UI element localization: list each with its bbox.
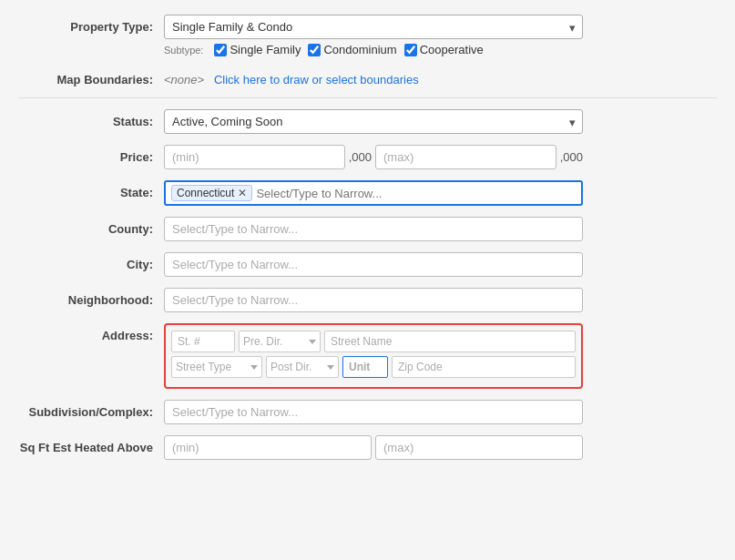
address-street-number-input[interactable]: [171, 331, 235, 352]
sqft-row: Sq Ft Est Heated Above: [18, 435, 717, 460]
status-label: Status:: [18, 109, 164, 128]
subtype-condominium[interactable]: Condominium: [308, 43, 396, 56]
address-pre-dir-select[interactable]: Pre. Dir.NSEWNENWSESW: [239, 331, 321, 352]
state-control: Connecticut ✕: [164, 180, 717, 206]
city-control: [164, 252, 717, 277]
subdivision-label: Subdivision/Complex:: [18, 400, 164, 419]
address-bottom-row: Street TypeAveBlvdCirCtDrLnPlRdStWay Pos…: [171, 356, 576, 378]
sqft-min-input[interactable]: [164, 435, 372, 460]
price-max-input[interactable]: [375, 145, 556, 169]
city-label: City:: [18, 252, 164, 271]
subtype-condo-label: Condominium: [323, 43, 396, 56]
subtype-sf-checkbox[interactable]: [214, 44, 227, 56]
property-type-control: Single Family & CondoSingle FamilyCondoM…: [164, 15, 717, 56]
map-boundaries-none: <none>: [164, 73, 204, 87]
search-form: Property Type: Single Family & CondoSing…: [0, 0, 735, 560]
status-row: Status: Active, Coming SoonActiveComing …: [18, 109, 717, 134]
city-input[interactable]: [164, 252, 583, 277]
price-inputs: ,000 ,000: [164, 145, 583, 169]
section-divider: [18, 97, 717, 98]
map-boundaries-control: <none> Click here to draw or select boun…: [164, 67, 717, 87]
sqft-max-input[interactable]: [375, 435, 583, 460]
address-wrapper: Pre. Dir.NSEWNENWSESW Street TypeAveBlvd…: [164, 323, 583, 389]
status-select-wrapper: Active, Coming SoonActiveComing SoonPend…: [164, 109, 583, 134]
address-street-name-input[interactable]: [324, 331, 576, 352]
state-tag-text: Connecticut: [177, 187, 234, 199]
address-zip-input[interactable]: [392, 356, 576, 378]
subdivision-row: Subdivision/Complex:: [18, 400, 717, 424]
map-boundaries-label: Map Boundaries:: [18, 67, 164, 87]
price-min-input[interactable]: [164, 145, 345, 169]
county-label: County:: [18, 217, 164, 236]
sqft-inputs: [164, 435, 583, 460]
sqft-control: [164, 435, 717, 460]
neighborhood-input[interactable]: [164, 288, 583, 312]
state-tag-remove[interactable]: ✕: [238, 187, 247, 199]
price-max-suffix: ,000: [560, 150, 583, 164]
subtype-sf-label: Single Family: [230, 43, 301, 56]
state-field-wrapper[interactable]: Connecticut ✕: [164, 180, 583, 206]
county-control: [164, 217, 717, 241]
subtype-cooperative[interactable]: Cooperative: [404, 43, 484, 56]
neighborhood-row: Neighborhood:: [18, 288, 717, 312]
state-label: State:: [18, 180, 164, 199]
state-tag: Connecticut ✕: [171, 185, 252, 201]
price-row: Price: ,000 ,000: [18, 145, 717, 169]
address-top-row: Pre. Dir.NSEWNENWSESW: [171, 331, 576, 352]
county-row: County:: [18, 217, 717, 241]
sqft-label: Sq Ft Est Heated Above: [18, 435, 164, 454]
state-row: State: Connecticut ✕: [18, 180, 717, 206]
subtype-coop-label: Cooperative: [420, 43, 484, 56]
address-row: Address: Pre. Dir.NSEWNENWSESW Street Ty…: [18, 323, 717, 389]
address-street-type-select[interactable]: Street TypeAveBlvdCirCtDrLnPlRdStWay: [171, 356, 262, 378]
property-type-select[interactable]: Single Family & CondoSingle FamilyCondoM…: [164, 15, 583, 39]
subtype-coop-checkbox[interactable]: [404, 44, 417, 56]
property-type-row: Property Type: Single Family & CondoSing…: [18, 15, 717, 56]
property-type-select-wrapper: Single Family & CondoSingle FamilyCondoM…: [164, 15, 583, 39]
county-input[interactable]: [164, 217, 583, 241]
subtype-condo-checkbox[interactable]: [308, 44, 321, 56]
price-control: ,000 ,000: [164, 145, 717, 169]
neighborhood-control: [164, 288, 717, 312]
subdivision-control: [164, 400, 717, 424]
subtype-single-family[interactable]: Single Family: [214, 43, 301, 56]
map-boundaries-link[interactable]: Click here to draw or select boundaries: [214, 73, 419, 87]
neighborhood-label: Neighborhood:: [18, 288, 164, 307]
city-row: City:: [18, 252, 717, 277]
state-input[interactable]: [256, 187, 576, 200]
address-unit-input[interactable]: [342, 356, 388, 378]
map-boundaries-row: Map Boundaries: <none> Click here to dra…: [18, 67, 717, 87]
subdivision-input[interactable]: [164, 400, 583, 424]
status-select[interactable]: Active, Coming SoonActiveComing SoonPend…: [164, 109, 583, 134]
address-label: Address:: [18, 323, 164, 342]
price-min-suffix: ,000: [349, 150, 372, 164]
price-label: Price:: [18, 145, 164, 164]
property-type-label: Property Type:: [18, 15, 164, 34]
address-control: Pre. Dir.NSEWNENWSESW Street TypeAveBlvd…: [164, 323, 717, 389]
address-post-dir-select[interactable]: Post Dir.NSEWNENWSESW: [266, 356, 339, 378]
subtype-label: Subtype:: [164, 45, 203, 56]
status-control: Active, Coming SoonActiveComing SoonPend…: [164, 109, 717, 134]
subtype-row: Subtype: Single Family Condominium Coope…: [164, 43, 717, 56]
